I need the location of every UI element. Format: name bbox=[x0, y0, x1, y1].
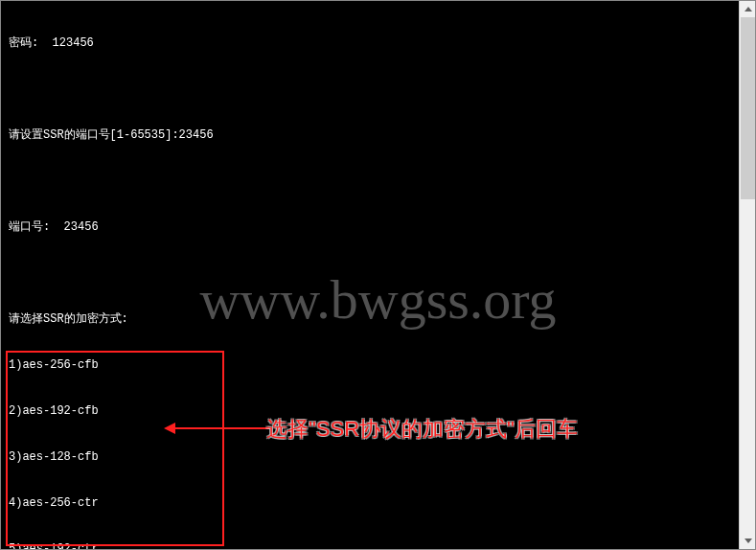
encrypt-option: 1)aes-256-cfb bbox=[9, 357, 747, 373]
annotation-text: 选择"SSR协议的加密方式"后回车 bbox=[266, 415, 578, 444]
blank-line bbox=[9, 81, 747, 97]
scroll-up-button[interactable] bbox=[740, 1, 756, 17]
scroll-thumb[interactable] bbox=[741, 17, 755, 199]
blank-line bbox=[9, 173, 747, 189]
scroll-down-button[interactable] bbox=[740, 533, 756, 549]
blank-line bbox=[9, 265, 747, 281]
encrypt-option: 4)aes-256-ctr bbox=[9, 495, 747, 511]
scrollbar[interactable] bbox=[739, 1, 755, 549]
port-result-line: 端口号: 23456 bbox=[9, 219, 747, 235]
chevron-up-icon bbox=[745, 7, 752, 11]
terminal-output[interactable]: 密码: 123456 请设置SSR的端口号[1-65535]:23456 端口号… bbox=[1, 1, 755, 550]
port-prompt-line: 请设置SSR的端口号[1-65535]:23456 bbox=[9, 127, 747, 143]
chevron-down-icon bbox=[745, 539, 752, 543]
encrypt-option: 5)aes-192-ctr bbox=[9, 541, 747, 550]
encrypt-option: 3)aes-128-cfb bbox=[9, 449, 747, 465]
password-line: 密码: 123456 bbox=[9, 35, 747, 51]
encrypt-header: 请选择SSR的加密方式: bbox=[9, 311, 747, 327]
